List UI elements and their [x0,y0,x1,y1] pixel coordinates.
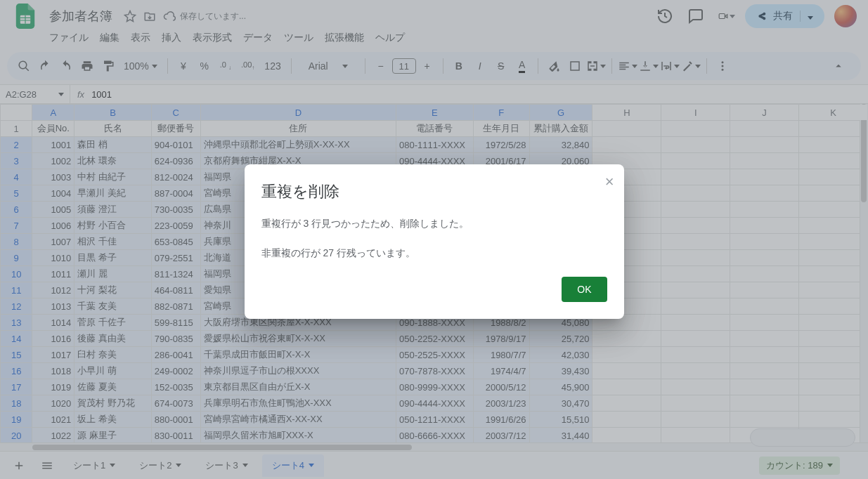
dialog-title: 重複を削除 [261,181,607,202]
dialog-close-button[interactable]: × [605,174,614,190]
dialog-ok-button[interactable]: OK [562,277,607,302]
remove-duplicates-dialog: × 重複を削除 重複行が 3 行見つかったため、削除しました。 非重複の行が 2… [245,164,624,319]
modal-overlay: × 重複を削除 重複行が 3 行見つかったため、削除しました。 非重複の行が 2… [0,0,868,479]
dialog-line2: 非重複の行が 27 行残っています。 [261,247,607,260]
dialog-line1: 重複行が 3 行見つかったため、削除しました。 [261,218,607,230]
